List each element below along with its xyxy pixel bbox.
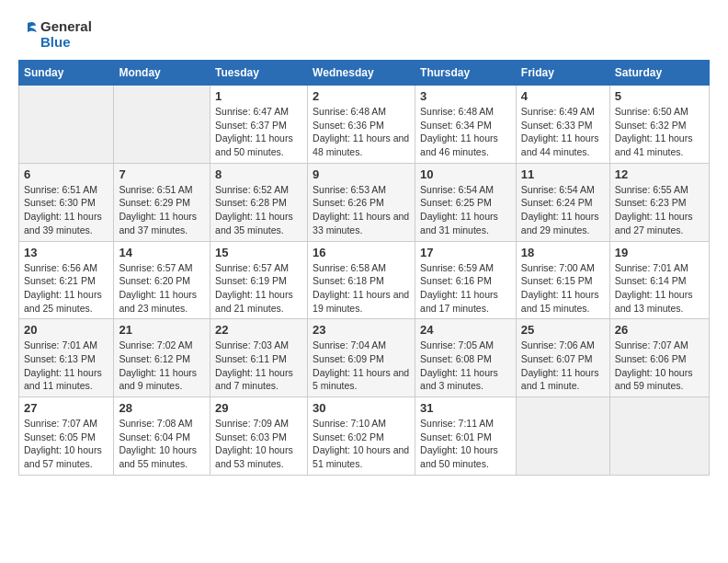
weekday-header: Friday (516, 61, 609, 86)
day-info: Sunrise: 7:07 AMSunset: 6:06 PMDaylight:… (615, 339, 704, 393)
calendar-cell: 27Sunrise: 7:07 AMSunset: 6:05 PMDayligh… (19, 397, 114, 476)
logo-bird-icon (18, 18, 37, 51)
day-number: 3 (420, 89, 511, 103)
day-info: Sunrise: 6:51 AMSunset: 6:29 PMDaylight:… (119, 183, 205, 237)
day-info: Sunrise: 6:57 AMSunset: 6:19 PMDaylight:… (215, 261, 302, 316)
day-number: 22 (215, 323, 302, 337)
calendar-cell: 29Sunrise: 7:09 AMSunset: 6:03 PMDayligh… (210, 397, 308, 476)
day-info: Sunrise: 6:54 AMSunset: 6:25 PMDaylight:… (420, 183, 511, 237)
day-info: Sunrise: 6:59 AMSunset: 6:16 PMDaylight:… (420, 261, 511, 316)
day-number: 28 (119, 401, 205, 415)
calendar-table: SundayMondayTuesdayWednesdayThursdayFrid… (18, 60, 710, 476)
logo-blue: Blue (40, 35, 92, 51)
calendar-cell: 24Sunrise: 7:05 AMSunset: 6:08 PMDayligh… (415, 319, 517, 397)
day-number: 4 (521, 89, 605, 103)
day-info: Sunrise: 6:56 AMSunset: 6:21 PMDaylight:… (24, 261, 108, 316)
calendar-cell: 20Sunrise: 7:01 AMSunset: 6:13 PMDayligh… (19, 319, 114, 397)
calendar-cell: 13Sunrise: 6:56 AMSunset: 6:21 PMDayligh… (19, 241, 114, 319)
weekday-header: Sunday (19, 61, 114, 86)
day-number: 30 (313, 401, 410, 415)
calendar-cell: 2Sunrise: 6:48 AMSunset: 6:36 PMDaylight… (308, 86, 415, 164)
day-info: Sunrise: 6:58 AMSunset: 6:18 PMDaylight:… (313, 261, 410, 316)
calendar-cell: 21Sunrise: 7:02 AMSunset: 6:12 PMDayligh… (114, 319, 210, 397)
logo-general: General (40, 19, 92, 35)
calendar-cell: 3Sunrise: 6:48 AMSunset: 6:34 PMDaylight… (415, 86, 517, 164)
weekday-header: Saturday (609, 61, 709, 86)
calendar-cell: 17Sunrise: 6:59 AMSunset: 6:16 PMDayligh… (415, 241, 517, 319)
calendar-cell: 15Sunrise: 6:57 AMSunset: 6:19 PMDayligh… (210, 241, 308, 319)
day-number: 6 (24, 167, 108, 181)
day-number: 27 (24, 401, 108, 415)
calendar-week-row: 20Sunrise: 7:01 AMSunset: 6:13 PMDayligh… (19, 319, 710, 397)
calendar-cell: 30Sunrise: 7:10 AMSunset: 6:02 PMDayligh… (308, 397, 415, 476)
calendar-cell: 28Sunrise: 7:08 AMSunset: 6:04 PMDayligh… (114, 397, 210, 476)
day-number: 15 (215, 246, 302, 259)
day-number: 16 (313, 246, 410, 259)
calendar-cell: 26Sunrise: 7:07 AMSunset: 6:06 PMDayligh… (609, 319, 709, 397)
day-info: Sunrise: 6:48 AMSunset: 6:34 PMDaylight:… (420, 105, 511, 159)
calendar-cell: 6Sunrise: 6:51 AMSunset: 6:30 PMDaylight… (19, 163, 114, 241)
day-info: Sunrise: 7:10 AMSunset: 6:02 PMDaylight:… (313, 417, 410, 471)
day-info: Sunrise: 7:01 AMSunset: 6:14 PMDaylight:… (615, 261, 704, 316)
calendar-cell: 18Sunrise: 7:00 AMSunset: 6:15 PMDayligh… (516, 241, 609, 319)
day-info: Sunrise: 6:52 AMSunset: 6:28 PMDaylight:… (215, 183, 302, 237)
day-number: 8 (215, 167, 302, 181)
day-number: 20 (24, 323, 108, 337)
day-info: Sunrise: 6:53 AMSunset: 6:26 PMDaylight:… (313, 183, 410, 237)
header-row: SundayMondayTuesdayWednesdayThursdayFrid… (19, 61, 710, 86)
logo: General Blue (18, 18, 92, 51)
day-number: 2 (313, 89, 410, 103)
weekday-header: Monday (114, 61, 210, 86)
day-number: 17 (420, 246, 511, 259)
day-info: Sunrise: 6:57 AMSunset: 6:20 PMDaylight:… (119, 261, 205, 316)
calendar-cell: 11Sunrise: 6:54 AMSunset: 6:24 PMDayligh… (516, 163, 609, 241)
calendar-week-row: 27Sunrise: 7:07 AMSunset: 6:05 PMDayligh… (19, 397, 710, 476)
calendar-cell: 16Sunrise: 6:58 AMSunset: 6:18 PMDayligh… (308, 241, 415, 319)
calendar-cell: 25Sunrise: 7:06 AMSunset: 6:07 PMDayligh… (516, 319, 609, 397)
day-info: Sunrise: 6:50 AMSunset: 6:32 PMDaylight:… (615, 105, 704, 159)
day-info: Sunrise: 7:03 AMSunset: 6:11 PMDaylight:… (215, 339, 302, 393)
calendar-cell (19, 86, 114, 164)
day-number: 7 (119, 167, 205, 181)
day-number: 29 (215, 401, 302, 415)
day-number: 31 (420, 401, 511, 415)
day-info: Sunrise: 7:04 AMSunset: 6:09 PMDaylight:… (313, 339, 410, 393)
calendar-cell: 22Sunrise: 7:03 AMSunset: 6:11 PMDayligh… (210, 319, 308, 397)
day-number: 23 (313, 323, 410, 337)
weekday-header: Thursday (415, 61, 517, 86)
calendar-cell: 8Sunrise: 6:52 AMSunset: 6:28 PMDaylight… (210, 163, 308, 241)
day-info: Sunrise: 7:06 AMSunset: 6:07 PMDaylight:… (521, 339, 605, 393)
calendar-cell (516, 397, 609, 476)
day-info: Sunrise: 6:47 AMSunset: 6:37 PMDaylight:… (215, 105, 302, 159)
day-info: Sunrise: 7:05 AMSunset: 6:08 PMDaylight:… (420, 339, 511, 393)
day-info: Sunrise: 6:49 AMSunset: 6:33 PMDaylight:… (521, 105, 605, 159)
day-info: Sunrise: 6:54 AMSunset: 6:24 PMDaylight:… (521, 183, 605, 237)
day-info: Sunrise: 7:08 AMSunset: 6:04 PMDaylight:… (119, 417, 205, 471)
day-number: 25 (521, 323, 605, 337)
day-info: Sunrise: 6:48 AMSunset: 6:36 PMDaylight:… (313, 105, 410, 159)
calendar-cell (609, 397, 709, 476)
day-number: 14 (119, 246, 205, 259)
day-info: Sunrise: 7:11 AMSunset: 6:01 PMDaylight:… (420, 417, 511, 471)
calendar-week-row: 13Sunrise: 6:56 AMSunset: 6:21 PMDayligh… (19, 241, 710, 319)
day-number: 10 (420, 167, 511, 181)
day-info: Sunrise: 6:51 AMSunset: 6:30 PMDaylight:… (24, 183, 108, 237)
calendar-cell: 19Sunrise: 7:01 AMSunset: 6:14 PMDayligh… (609, 241, 709, 319)
calendar-cell: 9Sunrise: 6:53 AMSunset: 6:26 PMDaylight… (308, 163, 415, 241)
day-info: Sunrise: 7:00 AMSunset: 6:15 PMDaylight:… (521, 261, 605, 316)
weekday-header: Wednesday (308, 61, 415, 86)
calendar-cell: 4Sunrise: 6:49 AMSunset: 6:33 PMDaylight… (516, 86, 609, 164)
day-info: Sunrise: 7:09 AMSunset: 6:03 PMDaylight:… (215, 417, 302, 471)
calendar-week-row: 1Sunrise: 6:47 AMSunset: 6:37 PMDaylight… (19, 86, 710, 164)
day-number: 1 (215, 89, 302, 103)
day-number: 11 (521, 167, 605, 181)
calendar-cell: 14Sunrise: 6:57 AMSunset: 6:20 PMDayligh… (114, 241, 210, 319)
day-number: 19 (615, 246, 704, 259)
day-number: 18 (521, 246, 605, 259)
day-number: 5 (615, 89, 704, 103)
calendar-cell: 7Sunrise: 6:51 AMSunset: 6:29 PMDaylight… (114, 163, 210, 241)
page-header: General Blue (18, 18, 710, 51)
calendar-week-row: 6Sunrise: 6:51 AMSunset: 6:30 PMDaylight… (19, 163, 710, 241)
calendar-cell: 23Sunrise: 7:04 AMSunset: 6:09 PMDayligh… (308, 319, 415, 397)
weekday-header: Tuesday (210, 61, 308, 86)
